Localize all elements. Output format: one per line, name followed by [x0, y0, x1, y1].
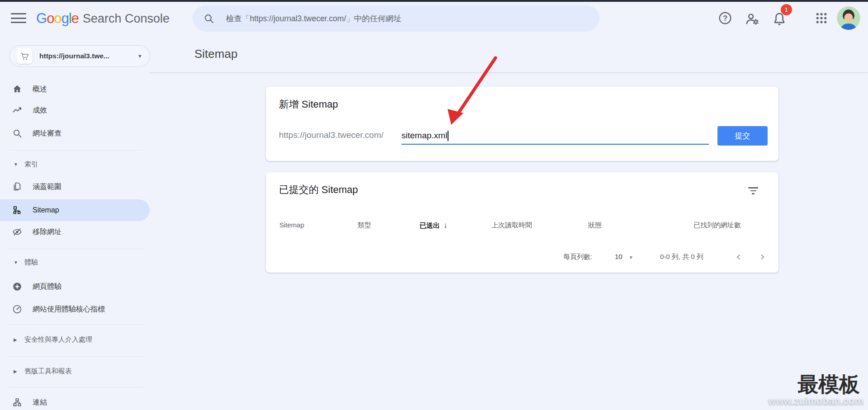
sidebar-item-links[interactable]: 連結 [0, 391, 150, 410]
page-title: Sitemap [194, 47, 237, 61]
chevron-down-icon: ▼ [14, 162, 19, 167]
column-header-status[interactable]: 狀態 [588, 221, 602, 230]
app-title: Search Console [83, 12, 170, 26]
sidebar-item-sitemaps[interactable]: Sitemap [0, 199, 150, 221]
sidebar-item-label: 概述 [33, 85, 47, 94]
column-header-last-read[interactable]: 上次讀取時間 [491, 221, 532, 230]
sitemap-input[interactable]: sitemap.xml [401, 127, 709, 145]
text-caret [448, 131, 448, 141]
avatar[interactable] [837, 6, 860, 30]
speedometer-icon [12, 304, 23, 315]
notification-badge: 1 [781, 4, 792, 15]
sidebar-item-label: 網頁體驗 [33, 282, 61, 292]
property-label: https://journal3.twe... [39, 52, 137, 60]
filter-icon [748, 187, 758, 189]
watermark-title: 最模板 [768, 375, 860, 395]
search-placeholder: 檢查「https://journal3.twecer.com/」中的任何網址 [226, 13, 401, 24]
sidebar-item-coverage[interactable]: 涵蓋範圍 [0, 176, 150, 198]
section-experience[interactable]: ▼ 體驗 [0, 254, 150, 270]
sidebar-item-removals[interactable]: 移除網址 [0, 221, 150, 243]
eye-off-icon [12, 226, 23, 237]
help-button[interactable]: ? [715, 8, 735, 28]
page-experience-icon [12, 281, 23, 292]
chevron-down-icon: ▼ [14, 260, 19, 265]
column-header-submitted[interactable]: 已送出↓ [420, 221, 448, 230]
prev-page-button[interactable]: ‹ [736, 249, 741, 264]
google-logo: Google [36, 10, 79, 27]
pagination-range: 0-0 列, 共 0 列 [660, 253, 703, 261]
help-icon: ? [718, 11, 732, 25]
section-security[interactable]: ▶ 安全性與專人介入處理 [0, 332, 150, 347]
property-selector[interactable]: https://journal3.twe... ▼ [9, 45, 150, 67]
section-label: 索引 [24, 160, 38, 169]
menu-icon[interactable] [11, 12, 26, 24]
search-input[interactable]: 檢查「https://journal3.twecer.com/」中的任何網址 [193, 5, 599, 32]
chevron-right-icon: ▶ [14, 337, 19, 342]
filter-button[interactable] [746, 185, 760, 197]
dropdown-icon: ▼ [629, 255, 633, 260]
submit-button[interactable]: 提交 [717, 126, 768, 146]
add-sitemap-card-title: 新增 Sitemap [279, 98, 338, 111]
magnifier-icon [12, 128, 23, 139]
column-header-sitemap[interactable]: Sitemap [279, 221, 304, 229]
sidebar-item-performance[interactable]: 成效 [0, 99, 150, 121]
chevron-right-icon: ▶ [14, 369, 19, 374]
sidebar-item-label: 網址審查 [33, 129, 61, 138]
divider [9, 324, 143, 325]
divider [9, 150, 143, 151]
sidebar-item-label: 移除網址 [33, 227, 61, 237]
sitemap-url-prefix: https://journal3.twecer.com/ [279, 130, 383, 140]
app-logo: Google Search Console [36, 8, 170, 29]
section-label: 舊版工具和報表 [24, 367, 72, 376]
sidebar-item-label: Sitemap [33, 206, 59, 214]
divider [9, 356, 143, 357]
person-gear-icon [745, 11, 760, 27]
home-icon [12, 84, 23, 94]
sidebar-item-label: 網站使用體驗核心指標 [33, 305, 105, 314]
header-rule [150, 72, 868, 73]
watermark: 最模板 www.zuimoban.com [768, 375, 860, 407]
sitemap-tree-icon [12, 205, 23, 216]
column-header-type[interactable]: 類型 [358, 221, 371, 230]
section-index[interactable]: ▼ 索引 [0, 156, 150, 172]
apps-grid-icon [815, 11, 828, 25]
rows-per-page-label: 每頁列數: [563, 253, 592, 261]
column-header-discovered-urls[interactable]: 已找到的網址數 [693, 221, 741, 230]
sidebar-item-page-experience[interactable]: 網頁體驗 [0, 276, 150, 297]
sidebar-item-label: 成效 [33, 106, 47, 115]
section-legacy-tools[interactable]: ▶ 舊版工具和報表 [0, 363, 150, 379]
watermark-url: www.zuimoban.com [768, 396, 863, 407]
sidebar-item-label: 連結 [33, 398, 47, 407]
window-top-strip [0, 0, 868, 2]
sidebar-item-overview[interactable]: 概述 [0, 78, 150, 100]
divider [9, 387, 143, 387]
divider [9, 249, 143, 249]
links-network-icon [12, 397, 23, 408]
rows-per-page-select[interactable]: 10▼ [615, 253, 633, 260]
property-type-icon-box [17, 48, 32, 64]
sidebar-item-url-inspection[interactable]: 網址審查 [0, 123, 150, 144]
sidebar-item-label: 涵蓋範圍 [33, 182, 61, 192]
submitted-sitemaps-title: 已提交的 Sitemap [279, 183, 358, 197]
section-label: 安全性與專人介入處理 [24, 335, 92, 344]
svg-text:?: ? [723, 14, 727, 23]
property-dropdown-icon: ▼ [137, 53, 142, 59]
sort-desc-icon: ↓ [443, 221, 448, 230]
section-label: 體驗 [24, 258, 38, 267]
user-settings-button[interactable] [742, 9, 762, 29]
shopping-cart-icon [20, 52, 29, 61]
coverage-pages-icon [12, 181, 23, 192]
submitted-sitemaps-card: 已提交的 Sitemap Sitemap 類型 已送出↓ 上次讀取時間 狀態 已… [266, 172, 778, 273]
search-icon [203, 13, 214, 24]
sidebar-item-core-web-vitals[interactable]: 網站使用體驗核心指標 [0, 298, 150, 320]
sitemap-input-value: sitemap.xml [401, 131, 447, 141]
add-sitemap-card: 新增 Sitemap https://journal3.twecer.com/ … [266, 87, 778, 161]
trending-up-icon [12, 105, 23, 116]
next-page-button[interactable]: › [760, 249, 765, 264]
apps-grid-button[interactable] [811, 8, 831, 28]
